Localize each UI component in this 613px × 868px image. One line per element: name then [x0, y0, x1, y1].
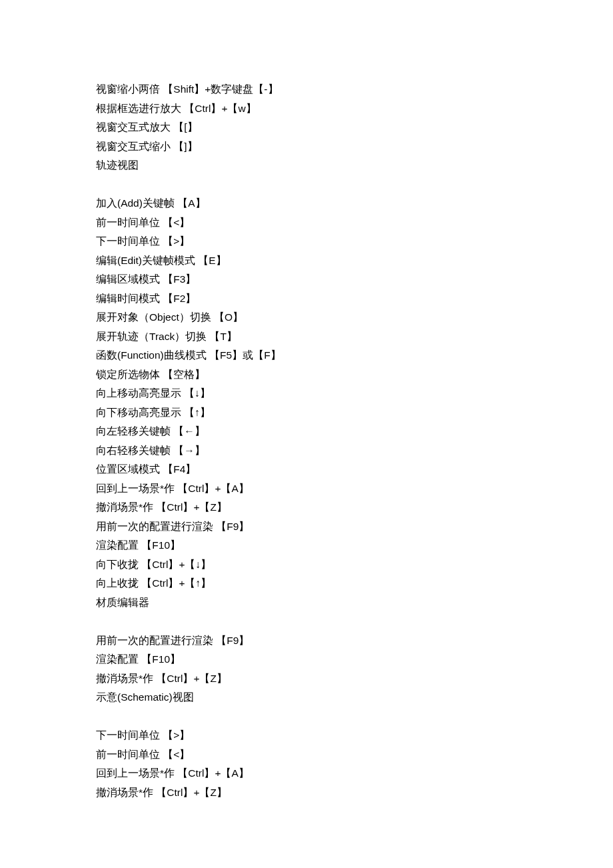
- shortcut-line: 编辑区域模式 【F3】: [96, 270, 613, 289]
- shortcut-line: 用前一次的配置进行渲染 【F9】: [96, 517, 613, 537]
- shortcut-line: 展开轨迹（Track）切换 【T】: [96, 327, 613, 347]
- shortcut-line: 视窗交互式放大 【[】: [96, 118, 613, 137]
- shortcut-line: 回到上一场景*作 【Ctrl】+【A】: [96, 764, 613, 783]
- blank-line: [96, 612, 613, 631]
- blank-line: [96, 175, 613, 195]
- shortcut-line: 下一时间单位 【>】: [96, 232, 613, 251]
- shortcut-line: 向右轻移关键帧 【→】: [96, 441, 613, 461]
- shortcut-line: 根据框选进行放大 【Ctrl】+【w】: [96, 99, 613, 119]
- shortcut-line: 前一时间单位 【<】: [96, 213, 613, 233]
- shortcut-line: 位置区域模式 【F4】: [96, 460, 613, 479]
- shortcut-line: 下一时间单位 【>】: [96, 726, 613, 745]
- blank-line: [96, 707, 613, 727]
- shortcut-line: 展开对象（Object）切换 【O】: [96, 308, 613, 327]
- section-heading: 示意(Schematic)视图: [96, 688, 613, 707]
- shortcut-line: 视窗缩小两倍 【Shift】+数字键盘【-】: [96, 80, 613, 99]
- shortcut-line: 向上移动高亮显示 【↓】: [96, 384, 613, 403]
- shortcut-line: 加入(Add)关键帧 【A】: [96, 194, 613, 213]
- section-heading: 材质编辑器: [96, 593, 613, 613]
- shortcut-line: 锁定所选物体 【空格】: [96, 365, 613, 385]
- shortcut-line: 函数(Function)曲线模式 【F5】或【F】: [96, 346, 613, 365]
- shortcut-line: 撤消场景*作 【Ctrl】+【Z】: [96, 783, 613, 803]
- shortcut-line: 向上收拢 【Ctrl】+【↑】: [96, 574, 613, 593]
- document-page: 视窗缩小两倍 【Shift】+数字键盘【-】 根据框选进行放大 【Ctrl】+【…: [0, 0, 613, 802]
- section-heading: 轨迹视图: [96, 156, 613, 175]
- shortcut-line: 渲染配置 【F10】: [96, 650, 613, 669]
- shortcut-line: 撤消场景*作 【Ctrl】+【Z】: [96, 498, 613, 517]
- shortcut-line: 视窗交互式缩小 【]】: [96, 137, 613, 157]
- shortcut-line: 撤消场景*作 【Ctrl】+【Z】: [96, 669, 613, 689]
- shortcut-line: 向下移动高亮显示 【↑】: [96, 403, 613, 423]
- shortcut-line: 向下收拢 【Ctrl】+【↓】: [96, 555, 613, 575]
- shortcut-line: 向左轻移关键帧 【←】: [96, 422, 613, 441]
- shortcut-line: 渲染配置 【F10】: [96, 536, 613, 555]
- shortcut-line: 前一时间单位 【<】: [96, 745, 613, 765]
- shortcut-line: 用前一次的配置进行渲染 【F9】: [96, 631, 613, 651]
- shortcut-line: 回到上一场景*作 【Ctrl】+【A】: [96, 479, 613, 499]
- shortcut-line: 编辑时间模式 【F2】: [96, 289, 613, 309]
- shortcut-line: 编辑(Edit)关键帧模式 【E】: [96, 251, 613, 271]
